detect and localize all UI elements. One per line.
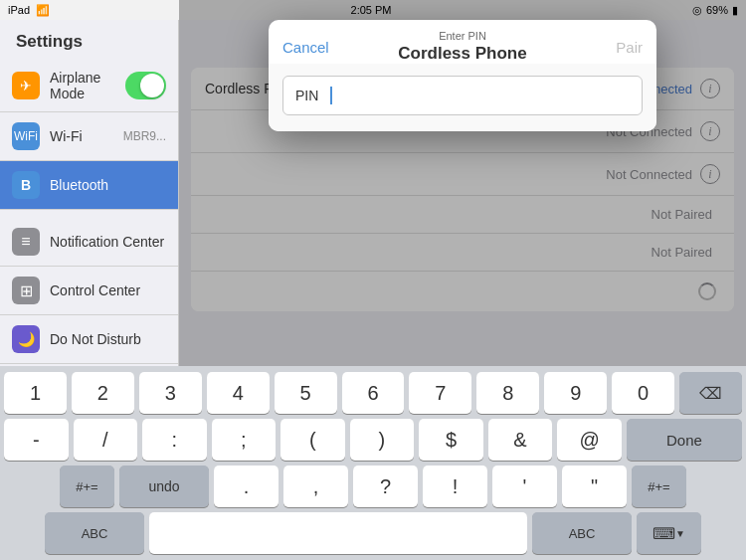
pin-label: PIN xyxy=(295,88,318,103)
dialog-header: Cancel Enter PIN Cordless Phone Pair xyxy=(269,20,656,64)
delete-key[interactable]: ⌫ xyxy=(679,372,742,414)
wifi-label: Wi-Fi xyxy=(50,128,83,144)
control-label: Control Center xyxy=(50,282,140,298)
keyboard-row-bottom: ABC ABC ⌨▼ xyxy=(4,512,742,554)
key-question[interactable]: ? xyxy=(353,466,418,507)
sidebar-title: Settings xyxy=(0,20,178,60)
sidebar-item-bluetooth[interactable]: B Bluetooth xyxy=(0,161,178,210)
key-rparen[interactable]: ) xyxy=(350,419,415,461)
sidebar-item-airplane[interactable]: ✈ Airplane Mode xyxy=(0,60,178,112)
key-1[interactable]: 1 xyxy=(4,372,67,414)
key-abc-left[interactable]: ABC xyxy=(45,512,144,554)
key-5[interactable]: 5 xyxy=(275,372,337,414)
sidebar-item-wifi[interactable]: WiFi Wi-Fi MBR9... xyxy=(0,112,178,161)
dialog-subtitle: Enter PIN xyxy=(337,30,588,42)
pin-cursor xyxy=(330,87,332,104)
dialog-body: PIN xyxy=(269,64,656,131)
key-dash[interactable]: - xyxy=(4,419,69,461)
keyboard-row-more: #+= undo . , ? ! ' " #+= xyxy=(4,466,742,507)
key-2[interactable]: 2 xyxy=(72,372,134,414)
key-lparen[interactable]: ( xyxy=(280,419,345,461)
disturb-icon: 🌙 xyxy=(12,325,40,353)
keyboard: 1 2 3 4 5 6 7 8 9 0 ⌫ - / : ; ( ) $ & @ … xyxy=(0,366,746,560)
notification-label: Notification Center xyxy=(50,234,164,250)
airplane-label: Airplane Mode xyxy=(50,70,125,101)
sidebar-item-control[interactable]: ⊞ Control Center xyxy=(0,267,178,315)
cancel-button[interactable]: Cancel xyxy=(282,39,337,56)
dialog-title-area: Enter PIN Cordless Phone xyxy=(337,30,588,64)
pin-input-wrapper[interactable]: PIN xyxy=(282,76,643,115)
ipad-label: iPad xyxy=(8,4,30,16)
key-apostrophe[interactable]: ' xyxy=(492,466,557,507)
keyboard-row-numbers: 1 2 3 4 5 6 7 8 9 0 ⌫ xyxy=(4,372,742,414)
key-4[interactable]: 4 xyxy=(207,372,270,414)
key-colon[interactable]: : xyxy=(142,419,207,461)
airplane-icon: ✈ xyxy=(12,72,40,99)
wifi-status-icon: 📶 xyxy=(36,4,50,17)
key-ampersand[interactable]: & xyxy=(488,419,553,461)
key-3[interactable]: 3 xyxy=(139,372,202,414)
control-icon: ⊞ xyxy=(12,277,40,304)
wifi-sub: MBR9... xyxy=(123,129,166,143)
key-slash[interactable]: / xyxy=(74,419,138,461)
key-abc-right[interactable]: ABC xyxy=(532,512,632,554)
key-symbol-left[interactable]: #+= xyxy=(60,466,114,507)
pin-dialog: Cancel Enter PIN Cordless Phone Pair PIN xyxy=(269,20,656,131)
disturb-label: Do Not Disturb xyxy=(50,331,141,347)
airplane-toggle[interactable] xyxy=(125,72,166,99)
wifi-icon: WiFi xyxy=(12,122,40,150)
key-symbol-right[interactable]: #+= xyxy=(632,466,686,507)
done-key[interactable]: Done xyxy=(627,419,742,461)
notification-icon: ≡ xyxy=(12,228,40,256)
bluetooth-icon: B xyxy=(12,171,40,199)
key-period[interactable]: . xyxy=(214,466,279,507)
key-exclaim[interactable]: ! xyxy=(423,466,487,507)
key-7[interactable]: 7 xyxy=(409,372,471,414)
status-left: iPad 📶 xyxy=(8,4,50,17)
key-quote[interactable]: " xyxy=(562,466,627,507)
keyboard-hide-key[interactable]: ⌨▼ xyxy=(637,512,701,554)
key-space[interactable] xyxy=(149,512,527,554)
key-dollar[interactable]: $ xyxy=(419,419,483,461)
key-0[interactable]: 0 xyxy=(612,372,674,414)
bluetooth-label: Bluetooth xyxy=(50,177,108,193)
sidebar-item-disturb[interactable]: 🌙 Do Not Disturb xyxy=(0,315,178,364)
key-8[interactable]: 8 xyxy=(476,372,539,414)
key-9[interactable]: 9 xyxy=(544,372,607,414)
key-at[interactable]: @ xyxy=(557,419,622,461)
sidebar-item-notification[interactable]: ≡ Notification Center xyxy=(0,218,178,267)
pair-button[interactable]: Pair xyxy=(588,39,643,56)
key-comma[interactable]: , xyxy=(283,466,348,507)
key-6[interactable]: 6 xyxy=(342,372,405,414)
key-undo[interactable]: undo xyxy=(119,466,209,507)
keyboard-row-symbols: - / : ; ( ) $ & @ Done xyxy=(4,419,742,461)
key-semicolon[interactable]: ; xyxy=(212,419,277,461)
dialog-main-title: Cordless Phone xyxy=(337,44,588,64)
